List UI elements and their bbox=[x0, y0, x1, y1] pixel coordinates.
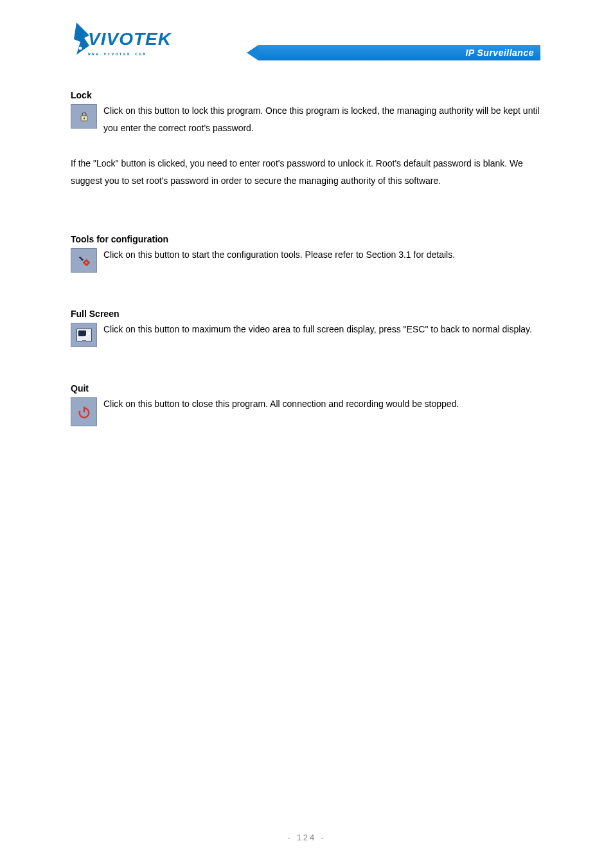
section-config: Tools for configuration Click on this bu… bbox=[71, 234, 540, 273]
svg-point-0 bbox=[79, 47, 82, 50]
section-desc: Click on this button to maximum the vide… bbox=[103, 321, 540, 338]
svg-rect-5 bbox=[85, 260, 87, 261]
header-bar-pointer-icon bbox=[247, 45, 258, 60]
section-title: Full Screen bbox=[71, 309, 540, 319]
logo-arrow-icon bbox=[74, 23, 89, 61]
section-title: Quit bbox=[71, 383, 540, 393]
monitor-icon bbox=[76, 329, 92, 341]
wrench-gear-icon bbox=[78, 255, 90, 266]
section-title: Tools for configuration bbox=[71, 234, 540, 244]
quit-button-icon bbox=[71, 397, 97, 426]
section-lock: Lock Click on this button to lock this p… bbox=[71, 90, 540, 138]
svg-rect-8 bbox=[89, 262, 90, 264]
lock-note: If the "Lock" button is clicked, you nee… bbox=[71, 155, 540, 189]
svg-rect-2 bbox=[84, 118, 85, 120]
logo-url: WWW.VIVOTEK.COM bbox=[88, 52, 147, 57]
page-number: - 124 - bbox=[0, 833, 613, 842]
logo-text: VIVOTEK bbox=[88, 29, 172, 50]
section-desc: Click on this button to close this progr… bbox=[103, 395, 540, 413]
svg-rect-7 bbox=[83, 262, 84, 264]
document-body: Lock Click on this button to lock this p… bbox=[71, 90, 540, 443]
section-fullscreen: Full Screen Click on this button to maxi… bbox=[71, 309, 540, 347]
svg-rect-6 bbox=[85, 266, 87, 267]
section-desc: Click on this button to start the config… bbox=[103, 246, 540, 264]
power-icon bbox=[77, 405, 91, 419]
section-desc: Click on this button to lock this progra… bbox=[103, 102, 540, 136]
config-button-icon bbox=[71, 248, 97, 273]
lock-button-icon bbox=[71, 104, 97, 129]
header-bar: IP Surveillance bbox=[258, 45, 540, 60]
section-title: Lock bbox=[71, 90, 540, 100]
header-tagline: IP Surveillance bbox=[465, 48, 534, 58]
section-quit: Quit Click on this button to close this … bbox=[71, 383, 540, 426]
svg-point-4 bbox=[85, 262, 87, 264]
svg-rect-10 bbox=[83, 406, 84, 412]
lock-icon bbox=[79, 111, 89, 122]
page-header: VIVOTEK WWW.VIVOTEK.COM IP Surveillance bbox=[74, 23, 540, 64]
brand-logo: VIVOTEK WWW.VIVOTEK.COM bbox=[74, 23, 183, 64]
fullscreen-button-icon bbox=[71, 323, 97, 347]
